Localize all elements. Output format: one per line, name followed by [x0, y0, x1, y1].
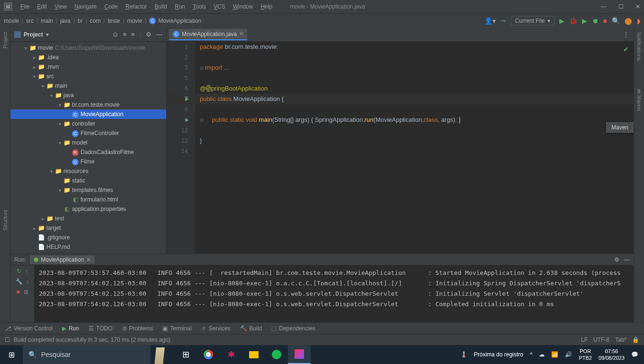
code-line[interactable]: public class MovieApplication {	[195, 94, 634, 104]
tree-item-movie[interactable]: ▾📁movieC:\Users\Suporte\Downloads\movie	[10, 43, 166, 53]
toolbox-icon[interactable]: ◗	[637, 17, 640, 25]
code-line[interactable]	[195, 104, 634, 115]
weather-icon[interactable]: 🌡️	[460, 351, 467, 358]
tree-item-templates-filmes[interactable]: ▾📁templates.filmes	[10, 185, 166, 195]
line-number[interactable]: 5	[167, 73, 188, 83]
tree-chevron-icon[interactable]: ▸	[31, 64, 37, 70]
breadcrumb-item[interactable]: teste	[107, 18, 120, 24]
tree-item-model[interactable]: ▾📁model	[10, 138, 166, 147]
stop-run-icon[interactable]: ■	[16, 289, 19, 295]
tree-item-java[interactable]: ▾📁java	[10, 91, 166, 100]
taskbar-search[interactable]: 🔍 Pesquisar	[23, 345, 151, 364]
tool-todo[interactable]: ☰TODO	[89, 325, 112, 332]
tree-item-resources[interactable]: ▾📁resources	[10, 166, 166, 176]
debug-icon[interactable]: 🐞	[569, 17, 577, 25]
rail-maven[interactable]: m Maven	[636, 89, 642, 111]
tray-chevron-icon[interactable]: ^	[530, 351, 533, 358]
chrome-icon[interactable]	[197, 345, 220, 364]
code-content[interactable]: package br.com.teste.movie;⊞import ...@S…	[195, 42, 634, 254]
rerun-icon[interactable]: ↻	[17, 268, 21, 274]
editor-gutter[interactable]: 123567▶89▶121314	[167, 42, 195, 254]
menu-view[interactable]: View	[51, 2, 70, 11]
line-number[interactable]: 14	[167, 146, 188, 156]
tree-item-help-md[interactable]: 📄HELP.md	[10, 242, 166, 252]
cloud-icon[interactable]: ☁	[539, 351, 545, 358]
line-separator[interactable]: LF	[581, 337, 588, 343]
breadcrumb-item[interactable]: com	[90, 18, 101, 24]
minimize-icon[interactable]: —	[601, 3, 607, 10]
search-everywhere-icon[interactable]: 🔍	[612, 17, 620, 25]
stop-icon[interactable]: ■	[603, 17, 607, 25]
editor-tab-active[interactable]: C MovieApplication.java ✕	[169, 29, 247, 40]
tree-item-controller[interactable]: ▾📁controller	[10, 119, 166, 128]
tree-chevron-icon[interactable]: ▾	[56, 102, 63, 108]
menu-build[interactable]: Build	[151, 2, 170, 11]
tree-chevron-icon[interactable]: ▾	[48, 93, 54, 98]
weather-text[interactable]: Próxima do registro	[474, 351, 523, 358]
task-view-icon[interactable]: ⊞	[174, 345, 197, 364]
line-number[interactable]: 3	[167, 63, 188, 73]
run-config-selector[interactable]: Current File ▾	[511, 16, 555, 26]
settings-icon[interactable]: ⚙	[146, 31, 152, 38]
close-run-tab-icon[interactable]: ✕	[86, 256, 91, 263]
tree-item-movieapplication[interactable]: CMovieApplication	[10, 109, 166, 119]
tree-item-main[interactable]: ▾📁main	[10, 81, 166, 91]
code-line[interactable]: ⊞import ...	[195, 63, 634, 73]
line-number[interactable]: 6	[167, 83, 188, 94]
tree-chevron-icon[interactable]: ▾	[56, 140, 63, 146]
gutter-run-icon[interactable]: ▶	[185, 115, 189, 125]
breadcrumb[interactable]: movie⟩src⟩main⟩java⟩br⟩com⟩teste⟩movie⟩C…	[4, 17, 201, 24]
wifi-icon[interactable]: 📶	[551, 351, 558, 358]
breadcrumb-item[interactable]: movie	[4, 18, 19, 24]
menu-vcs[interactable]: VCS	[210, 2, 229, 11]
intellij-icon[interactable]	[288, 345, 311, 364]
code-editor[interactable]: 123567▶89▶121314 package br.com.teste.mo…	[167, 42, 634, 254]
wrench-icon[interactable]: 🔧	[16, 278, 23, 285]
tool-run[interactable]: ▶Run	[62, 325, 79, 332]
rail-structure[interactable]: Structure	[2, 209, 8, 231]
tree-chevron-icon[interactable]: ▾	[22, 46, 29, 51]
breadcrumb-item[interactable]: MovieApplication	[158, 18, 201, 24]
line-number[interactable]: 12	[167, 125, 188, 136]
layout-icon[interactable]: ⊞	[24, 289, 28, 295]
tree-item--idea[interactable]: ▸📁.idea	[10, 53, 166, 62]
tree-item-target[interactable]: ▸📁target	[10, 223, 166, 233]
run-tab[interactable]: ⬢ MovieApplication ✕	[30, 255, 95, 264]
tree-item-br-com-teste-movie[interactable]: ▾📁br.com.teste.movie	[10, 100, 166, 109]
code-line[interactable]: package br.com.teste.movie;	[195, 42, 634, 52]
status-icon[interactable]: ☐	[5, 337, 10, 343]
hide-run-icon[interactable]: —	[624, 256, 630, 263]
notifications-icon[interactable]: 💬	[631, 351, 638, 358]
tree-chevron-icon[interactable]: ▸	[31, 226, 37, 231]
start-button[interactable]: ⊞	[0, 350, 23, 359]
menu-code[interactable]: Code	[101, 2, 121, 11]
hide-icon[interactable]: —	[156, 31, 162, 38]
menu-file[interactable]: File	[17, 2, 33, 11]
gutter-run-icon[interactable]: ▶	[185, 94, 189, 104]
breadcrumb-item[interactable]: java	[60, 18, 71, 24]
build-icon[interactable]: ⤳	[501, 17, 506, 25]
volume-icon[interactable]: 🔊	[565, 351, 572, 358]
code-line[interactable]: ⊞ public static void main(String[] args)…	[195, 115, 634, 125]
menu-window[interactable]: Window	[230, 2, 257, 11]
code-line[interactable]	[195, 52, 634, 63]
tree-item-test[interactable]: ▸📁test	[10, 214, 166, 223]
tree-item-filme[interactable]: CFilme	[10, 157, 166, 166]
breadcrumb-item[interactable]: src	[26, 18, 34, 24]
project-tree[interactable]: ▾📁movieC:\Users\Suporte\Downloads\movie▸…	[10, 42, 166, 254]
tree-item-static[interactable]: 📁static	[10, 176, 166, 185]
maximize-icon[interactable]: ☐	[618, 3, 624, 10]
language-indicator[interactable]: PORPTB2	[579, 348, 592, 361]
line-number[interactable]: 7▶	[167, 94, 188, 104]
chevron-down-icon[interactable]: ▾	[46, 31, 49, 38]
indent[interactable]: Tab*	[615, 337, 626, 343]
menu-run[interactable]: Run	[171, 2, 188, 11]
code-line[interactable]: @SpringBootApplication	[195, 83, 634, 94]
menu-help[interactable]: Help	[257, 2, 276, 11]
line-number[interactable]: 2	[167, 52, 188, 63]
select-opened-icon[interactable]: ⊙	[113, 31, 118, 38]
expand-all-icon[interactable]: ≡	[123, 31, 126, 38]
collapse-all-icon[interactable]: ≡	[131, 31, 135, 38]
tool-services[interactable]: ⚛Services	[201, 325, 231, 332]
tree-item-filmecontroller[interactable]: CFilmeController	[10, 128, 166, 138]
